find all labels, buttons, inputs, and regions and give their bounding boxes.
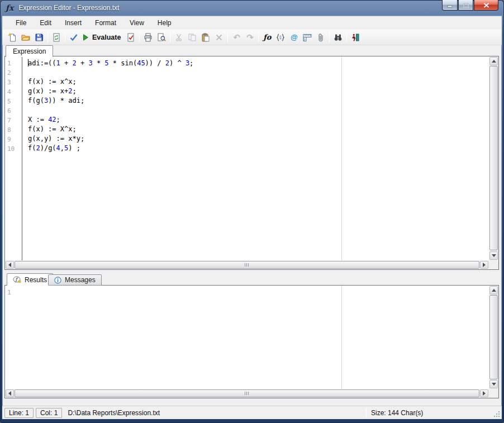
horizontal-scroll-thumb[interactable] bbox=[15, 389, 479, 397]
print-button[interactable] bbox=[141, 31, 155, 44]
menu-format[interactable]: Format bbox=[89, 17, 122, 28]
open-file-button[interactable] bbox=[19, 31, 32, 44]
line-number: 5 bbox=[5, 97, 22, 106]
editor-tab-strip: Expression bbox=[2, 45, 502, 56]
close-button[interactable] bbox=[474, 0, 498, 11]
at-icon: @ bbox=[291, 33, 298, 41]
vertical-scroll-thumb[interactable] bbox=[489, 66, 498, 250]
scrollbar-corner bbox=[489, 389, 498, 398]
paste-clipboard-icon bbox=[201, 33, 210, 42]
redo-icon: ↷ bbox=[246, 32, 254, 42]
menu-help[interactable]: Help bbox=[152, 17, 177, 28]
line-number: 4 bbox=[5, 87, 22, 97]
ruler-button[interactable] bbox=[301, 31, 314, 44]
status-separator bbox=[366, 408, 367, 417]
goto-button[interactable] bbox=[349, 31, 362, 44]
save-button[interactable] bbox=[32, 31, 46, 44]
paste-button[interactable] bbox=[199, 31, 212, 44]
results-panel: 1 bbox=[4, 285, 499, 398]
results-horizontal-scrollbar[interactable] bbox=[5, 389, 489, 398]
tab-messages[interactable]: Messages bbox=[48, 274, 102, 286]
line-number: 9 bbox=[5, 135, 22, 144]
menu-file[interactable]: File bbox=[10, 17, 32, 28]
code-line[interactable] bbox=[28, 68, 489, 77]
toolbar-separator bbox=[329, 32, 330, 42]
tab-results[interactable]: ƒ Results bbox=[7, 273, 53, 286]
menu-view[interactable]: View bbox=[124, 17, 150, 28]
find-button[interactable] bbox=[331, 31, 345, 44]
messages-info-icon bbox=[54, 277, 61, 284]
line-number: 8 bbox=[5, 125, 22, 135]
scroll-up-button[interactable] bbox=[489, 57, 498, 65]
scroll-right-button[interactable] bbox=[480, 261, 488, 269]
scroll-right-button[interactable] bbox=[480, 389, 488, 397]
function-fx-icon: ƒo bbox=[263, 33, 271, 41]
scroll-left-button[interactable] bbox=[6, 261, 14, 269]
function-button[interactable]: ƒo bbox=[260, 31, 274, 44]
scroll-up-button[interactable] bbox=[489, 286, 498, 294]
status-file-path: D:\Data Reports\Expression.txt bbox=[68, 409, 160, 417]
refresh-document-icon bbox=[52, 33, 61, 42]
editor-vertical-scrollbar[interactable] bbox=[489, 56, 498, 260]
refresh-document-button[interactable] bbox=[50, 31, 63, 44]
editor-content[interactable]: 12345678910 adi:=((1 + 2 + 3 * 5 * sin(4… bbox=[5, 56, 489, 260]
delete-button[interactable] bbox=[212, 31, 226, 44]
thumb-grip bbox=[245, 392, 249, 395]
code-line[interactable] bbox=[28, 106, 489, 115]
horizontal-scroll-thumb[interactable] bbox=[15, 261, 479, 269]
code-line[interactable]: X := 42; bbox=[28, 115, 489, 125]
minimize-button[interactable] bbox=[442, 0, 458, 11]
print-icon bbox=[144, 33, 153, 42]
maximize-icon bbox=[463, 3, 469, 8]
code-line[interactable]: f(2)/g(4,5) ; bbox=[28, 144, 489, 153]
close-icon bbox=[483, 3, 489, 8]
menu-edit[interactable]: Edit bbox=[34, 17, 57, 28]
code-line[interactable]: f(x) := X^x; bbox=[28, 125, 489, 134]
code-line[interactable]: g(x,y) := x*y; bbox=[28, 134, 489, 144]
code-line[interactable]: f(x) := x^x; bbox=[28, 77, 489, 87]
copy-button[interactable] bbox=[186, 31, 199, 44]
status-col: Col: 1 bbox=[36, 408, 62, 418]
title-bar[interactable]: ƒx Expression Editor - Expression.txt bbox=[0, 0, 504, 16]
toolbar-separator bbox=[65, 32, 65, 42]
arrow-left-icon bbox=[8, 391, 11, 396]
undo-button[interactable]: ↶ bbox=[230, 31, 243, 44]
code-line[interactable]: g(x) := x+2; bbox=[28, 87, 489, 96]
cut-button[interactable] bbox=[172, 31, 186, 44]
code-line[interactable]: f(g(3)) * adi; bbox=[28, 96, 489, 106]
app-icon: ƒx bbox=[6, 3, 13, 12]
variables-list-button[interactable] bbox=[274, 31, 287, 44]
arrow-left-icon bbox=[8, 263, 11, 267]
code-line[interactable]: adi:=((1 + 2 + 3 * 5 * sin(45)) / 2) ^ 3… bbox=[28, 58, 489, 68]
redo-button[interactable]: ↷ bbox=[243, 31, 256, 44]
editor-horizontal-scrollbar[interactable] bbox=[5, 260, 489, 269]
margin-guide bbox=[341, 56, 342, 260]
maximize-button[interactable] bbox=[458, 0, 473, 11]
tab-expression[interactable]: Expression bbox=[6, 45, 53, 57]
editor-code[interactable]: adi:=((1 + 2 + 3 * 5 * sin(45)) / 2) ^ 3… bbox=[23, 56, 489, 260]
new-file-button[interactable] bbox=[6, 31, 19, 44]
scroll-left-button[interactable] bbox=[6, 389, 14, 397]
arrow-right-icon bbox=[483, 263, 486, 267]
arrow-down-icon bbox=[492, 383, 496, 386]
print-preview-button[interactable] bbox=[155, 31, 168, 44]
vertical-scroll-thumb[interactable] bbox=[489, 295, 498, 379]
validate-document-button[interactable] bbox=[124, 31, 137, 44]
results-content[interactable]: 1 bbox=[5, 286, 489, 389]
check-syntax-button[interactable] bbox=[67, 31, 80, 44]
at-reference-button[interactable]: @ bbox=[287, 31, 301, 44]
scroll-down-button[interactable] bbox=[489, 380, 498, 388]
check-icon bbox=[69, 33, 78, 42]
save-floppy-icon bbox=[35, 33, 44, 42]
evaluate-button[interactable]: Evaluate bbox=[80, 32, 124, 42]
binoculars-icon bbox=[334, 33, 343, 42]
results-margin-guide bbox=[341, 286, 342, 389]
resize-grip[interactable] bbox=[493, 411, 501, 418]
tab-results-label: Results bbox=[25, 276, 47, 284]
scroll-down-button[interactable] bbox=[489, 251, 498, 260]
menu-insert[interactable]: Insert bbox=[59, 17, 87, 28]
attachment-button[interactable] bbox=[314, 31, 327, 44]
results-vertical-scrollbar[interactable] bbox=[489, 286, 498, 389]
menu-bar: File Edit Insert Format View Help bbox=[2, 16, 502, 30]
toolbar-separator bbox=[346, 32, 347, 42]
